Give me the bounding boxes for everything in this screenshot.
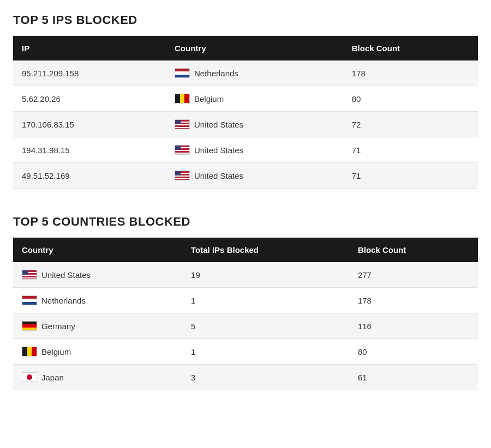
total-ips-blocked: 1 xyxy=(182,288,349,313)
ip-address: 5.62.20.26 xyxy=(13,86,166,112)
total-ips-blocked: 19 xyxy=(182,262,349,288)
country-name: Netherlands xyxy=(41,296,86,305)
country-name: Netherlands xyxy=(194,69,238,78)
country-name: United States xyxy=(194,120,243,129)
table-row: 49.51.52.169United States71 xyxy=(13,163,478,189)
top-ips-section: TOP 5 IPS BLOCKED IP Country Block Count… xyxy=(13,13,478,189)
table-row: 194.31.98.15United States71 xyxy=(13,137,478,163)
us-flag-icon xyxy=(175,171,190,180)
table-row: 170.106.83.15United States72 xyxy=(13,112,478,137)
col-header-block-count: Block Count xyxy=(343,36,478,60)
ip-address: 170.106.83.15 xyxy=(13,112,166,137)
col-header-total-ips: Total IPs Blocked xyxy=(182,238,349,262)
country-name: Belgium xyxy=(41,347,71,356)
top-countries-title: TOP 5 COUNTRIES BLOCKED xyxy=(13,215,478,229)
be-flag-icon xyxy=(175,94,190,104)
top-countries-section: TOP 5 COUNTRIES BLOCKED Country Total IP… xyxy=(13,215,478,390)
block-count: 71 xyxy=(343,137,478,163)
us-flag-icon xyxy=(175,145,190,155)
table-row: Japan361 xyxy=(13,365,478,390)
table-row: Belgium180 xyxy=(13,339,478,365)
block-count: 80 xyxy=(349,339,478,365)
country-name: Japan xyxy=(41,373,64,382)
nl-flag-icon xyxy=(22,295,37,305)
jp-flag-icon xyxy=(22,372,37,382)
country-name: United States xyxy=(194,146,243,155)
country-cell: United States xyxy=(166,112,343,137)
country-cell: Netherlands xyxy=(166,60,343,86)
block-count: 71 xyxy=(343,163,478,189)
top-countries-table: Country Total IPs Blocked Block Count Un… xyxy=(13,238,478,390)
block-count: 80 xyxy=(343,86,478,112)
nl-flag-icon xyxy=(175,68,190,78)
de-flag-icon xyxy=(22,321,37,331)
table-row: Germany5116 xyxy=(13,313,478,339)
block-count: 178 xyxy=(349,288,478,313)
col-header-ip: IP xyxy=(13,36,166,60)
be-flag-icon xyxy=(22,347,37,356)
table-row: United States19277 xyxy=(13,262,478,288)
country-name: Germany xyxy=(41,322,75,331)
block-count: 178 xyxy=(343,60,478,86)
country-cell: Netherlands xyxy=(13,288,182,313)
block-count: 277 xyxy=(349,262,478,288)
country-name: United States xyxy=(194,171,243,180)
ip-address: 194.31.98.15 xyxy=(13,137,166,163)
total-ips-blocked: 3 xyxy=(182,365,349,390)
country-cell: Belgium xyxy=(13,339,182,365)
us-flag-icon xyxy=(175,119,190,129)
block-count: 61 xyxy=(349,365,478,390)
ip-address: 95.211.209.158 xyxy=(13,60,166,86)
country-name: Belgium xyxy=(194,94,224,104)
table-row: 95.211.209.158Netherlands178 xyxy=(13,60,478,86)
us-flag-icon xyxy=(22,270,37,280)
country-cell: United States xyxy=(13,262,182,288)
top-ips-table: IP Country Block Count 95.211.209.158Net… xyxy=(13,36,478,189)
block-count: 116 xyxy=(349,313,478,339)
col-header-block-count: Block Count xyxy=(349,238,478,262)
table-row: 5.62.20.26Belgium80 xyxy=(13,86,478,112)
top-ips-title: TOP 5 IPS BLOCKED xyxy=(13,13,478,27)
total-ips-blocked: 5 xyxy=(182,313,349,339)
country-cell: Germany xyxy=(13,313,182,339)
col-header-country: Country xyxy=(13,238,182,262)
col-header-country: Country xyxy=(166,36,343,60)
country-cell: United States xyxy=(166,137,343,163)
country-cell: Japan xyxy=(13,365,182,390)
ip-address: 49.51.52.169 xyxy=(13,163,166,189)
country-name: United States xyxy=(41,270,91,280)
block-count: 72 xyxy=(343,112,478,137)
country-cell: Belgium xyxy=(166,86,343,112)
table-row: Netherlands1178 xyxy=(13,288,478,313)
country-cell: United States xyxy=(166,163,343,189)
total-ips-blocked: 1 xyxy=(182,339,349,365)
